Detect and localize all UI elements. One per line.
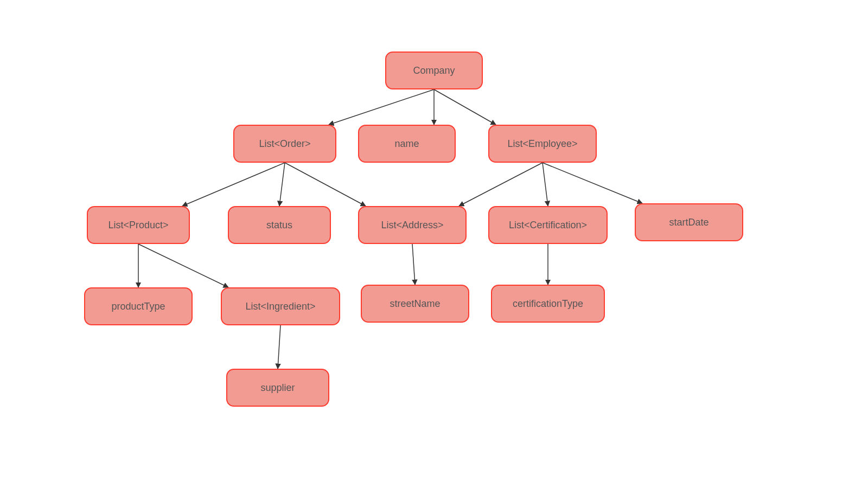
edge-list_order-to-list_product — [182, 163, 285, 206]
node-product-type: productType — [84, 287, 193, 325]
node-supplier: supplier — [226, 369, 329, 407]
node-label: List<Product> — [108, 220, 168, 231]
node-list-ingredient: List<Ingredient> — [221, 287, 340, 325]
node-list-order: List<Order> — [233, 125, 336, 163]
node-label: List<Address> — [381, 220, 443, 231]
node-street-name: streetName — [361, 285, 469, 323]
node-company: Company — [385, 52, 483, 89]
node-label: List<Ingredient> — [245, 301, 315, 312]
node-label: certificationType — [513, 298, 583, 310]
node-list-address: List<Address> — [358, 206, 467, 244]
edge-list_product-to-list_ingredient — [138, 244, 228, 287]
node-label: startDate — [669, 217, 709, 228]
edge-list_order-to-list_address — [285, 163, 366, 206]
node-label: productType — [111, 301, 165, 312]
node-start-date: startDate — [635, 203, 743, 241]
edge-company-to-list_order — [329, 89, 434, 125]
node-label: List<Employee> — [507, 138, 577, 150]
node-status: status — [228, 206, 331, 244]
edge-list_employee-to-list_certification — [542, 163, 548, 206]
edge-list_address-to-street_name — [412, 244, 415, 285]
node-label: List<Certification> — [509, 220, 587, 231]
node-label: supplier — [260, 382, 295, 394]
node-certification-type: certificationType — [491, 285, 605, 323]
node-name: name — [358, 125, 456, 163]
edge-list_employee-to-start_date — [542, 163, 642, 203]
node-label: Company — [413, 65, 455, 76]
node-list-employee: List<Employee> — [488, 125, 597, 163]
edge-list_order-to-status — [279, 163, 285, 206]
node-label: List<Order> — [259, 138, 310, 150]
edge-list_ingredient-to-supplier — [278, 325, 280, 369]
node-label: name — [394, 138, 419, 150]
node-label: status — [266, 220, 292, 231]
node-list-product: List<Product> — [87, 206, 190, 244]
node-label: streetName — [390, 298, 440, 310]
node-list-certification: List<Certification> — [488, 206, 608, 244]
edge-list_employee-to-list_address — [459, 163, 542, 206]
edge-company-to-list_employee — [434, 89, 496, 125]
